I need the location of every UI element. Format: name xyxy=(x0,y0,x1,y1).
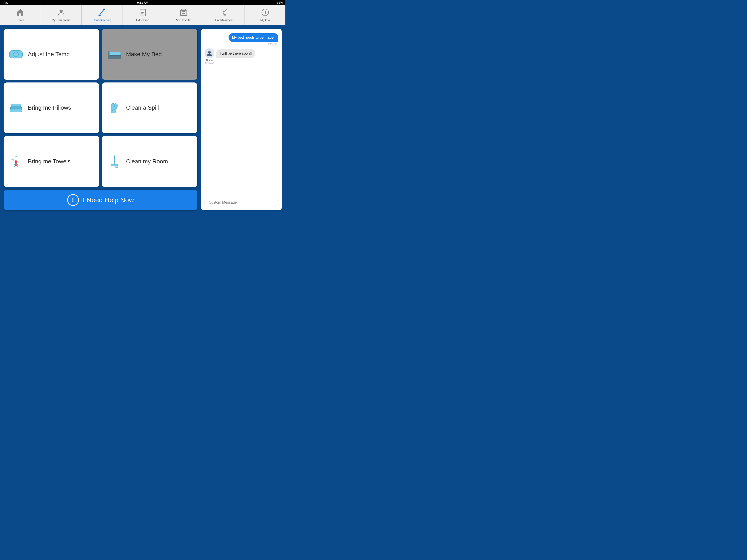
bring-pillows-label: Bring me Pillows xyxy=(28,104,71,111)
nav-entertainment-label: Entertainment xyxy=(215,19,233,22)
home-icon xyxy=(16,8,24,18)
chat-outgoing-1: My bed needs to be made. 9:09 AM xyxy=(205,33,278,45)
pillow-icon xyxy=(8,47,24,61)
svg-rect-27 xyxy=(110,55,121,56)
svg-line-43 xyxy=(111,166,111,168)
nav-item-hospital[interactable]: My Hospital xyxy=(163,5,204,25)
chat-outgoing-time: 9:09 AM xyxy=(268,43,277,45)
svg-text:+: + xyxy=(61,9,62,11)
broom-icon xyxy=(106,155,122,168)
clean-spill-button[interactable]: Clean a Spill xyxy=(102,82,197,133)
clean-spill-label: Clean a Spill xyxy=(126,104,159,111)
status-bar: iPad 9:11 AM 66% xyxy=(0,0,285,5)
svg-rect-16 xyxy=(183,13,184,14)
make-bed-label: Make My Bed xyxy=(126,51,162,58)
main-content: Adjust the Temp Make My Be xyxy=(0,25,285,214)
education-icon xyxy=(139,8,147,18)
chat-messages: My bed needs to be made. 9:09 AM + Nurse xyxy=(205,33,278,195)
svg-point-18 xyxy=(224,14,226,16)
help-now-button[interactable]: ! I Need Help Now xyxy=(4,190,197,210)
svg-line-49 xyxy=(117,166,118,168)
glove-icon xyxy=(106,101,122,114)
device-name: iPad xyxy=(3,1,8,4)
make-bed-button[interactable]: Make My Bed xyxy=(102,29,197,80)
chat-bubble-out-text: My bed needs to be made. xyxy=(229,33,278,42)
chat-bubble-in-text: I will be there soon!! xyxy=(216,49,255,58)
hospital-icon xyxy=(180,8,188,18)
svg-point-20 xyxy=(264,10,266,12)
clean-room-button[interactable]: Clean my Room xyxy=(102,136,197,187)
battery: 66% xyxy=(277,1,283,4)
nurse-name: Nurse xyxy=(206,59,213,61)
svg-line-48 xyxy=(116,166,117,168)
svg-line-44 xyxy=(112,166,112,168)
svg-rect-29 xyxy=(10,106,22,109)
chat-panel: My bed needs to be made. 9:09 AM + Nurse xyxy=(201,29,282,210)
svg-text:80°: 80° xyxy=(11,158,14,160)
svg-rect-17 xyxy=(184,13,185,14)
svg-rect-12 xyxy=(182,11,183,12)
help-now-label: I Need Help Now xyxy=(83,196,134,204)
chat-input-area xyxy=(205,198,278,207)
caregivers-icon: + xyxy=(57,8,65,18)
nurse-time: 9:10 AM xyxy=(205,62,214,64)
nav-item-myinfo[interactable]: My Info xyxy=(245,5,285,25)
nav-caregivers-label: My Caregivers xyxy=(52,19,71,22)
svg-text:+: + xyxy=(209,51,210,52)
nurse-avatar-icon: + xyxy=(205,48,214,58)
svg-line-3 xyxy=(100,9,104,15)
nurse-avatar: + Nurse 9:10 AM xyxy=(205,48,214,64)
thermometer-icon: 80° xyxy=(8,155,24,168)
svg-rect-14 xyxy=(184,11,185,12)
bring-pillows-button[interactable]: Bring me Pillows xyxy=(4,82,99,133)
bed-icon xyxy=(106,47,122,61)
clock: 9:11 AM xyxy=(137,1,148,4)
myinfo-icon xyxy=(261,8,269,18)
nav-education-label: Education xyxy=(136,19,149,22)
nav-item-caregivers[interactable]: + My Caregivers xyxy=(41,5,82,25)
bring-towels-button[interactable]: 80° Bring me Towels xyxy=(4,136,99,187)
nav-myinfo-label: My Info xyxy=(260,19,270,22)
svg-point-36 xyxy=(15,164,17,167)
nav-item-entertainment[interactable]: Entertainment xyxy=(204,5,245,25)
svg-rect-30 xyxy=(11,104,21,106)
nav-item-home[interactable]: Home xyxy=(0,5,41,25)
svg-rect-22 xyxy=(9,51,23,58)
nav-hospital-label: My Hospital xyxy=(176,19,191,22)
adjust-temp-button[interactable]: Adjust the Temp xyxy=(4,29,99,80)
nav-housekeeping-label: Housekeeping xyxy=(93,19,111,22)
svg-point-5 xyxy=(103,8,105,10)
chat-incoming-1: + Nurse 9:10 AM I will be there soon!! xyxy=(205,48,278,64)
nav-home-label: Home xyxy=(17,19,24,22)
action-grid: Adjust the Temp Make My Be xyxy=(4,29,197,187)
nav-item-education[interactable]: Education xyxy=(123,5,163,25)
pillows-icon xyxy=(8,101,24,114)
svg-rect-25 xyxy=(108,51,109,59)
svg-point-4 xyxy=(98,15,101,16)
entertainment-icon xyxy=(220,8,228,18)
svg-rect-15 xyxy=(182,13,183,14)
exclamation-icon: ! xyxy=(67,194,79,206)
svg-rect-42 xyxy=(111,164,118,166)
navigation-bar: Home + My Caregivers Housekeeping xyxy=(0,5,285,25)
adjust-temp-label: Adjust the Temp xyxy=(28,51,70,58)
custom-message-input[interactable] xyxy=(205,198,278,207)
svg-rect-21 xyxy=(265,12,266,15)
svg-rect-26 xyxy=(110,52,121,55)
svg-rect-13 xyxy=(183,11,184,12)
svg-rect-28 xyxy=(10,109,22,112)
bring-towels-label: Bring me Towels xyxy=(28,158,71,165)
action-panel: Adjust the Temp Make My Be xyxy=(4,29,197,210)
nav-item-housekeeping[interactable]: Housekeeping xyxy=(82,5,123,25)
clean-room-label: Clean my Room xyxy=(126,158,168,165)
housekeeping-icon xyxy=(98,8,106,18)
